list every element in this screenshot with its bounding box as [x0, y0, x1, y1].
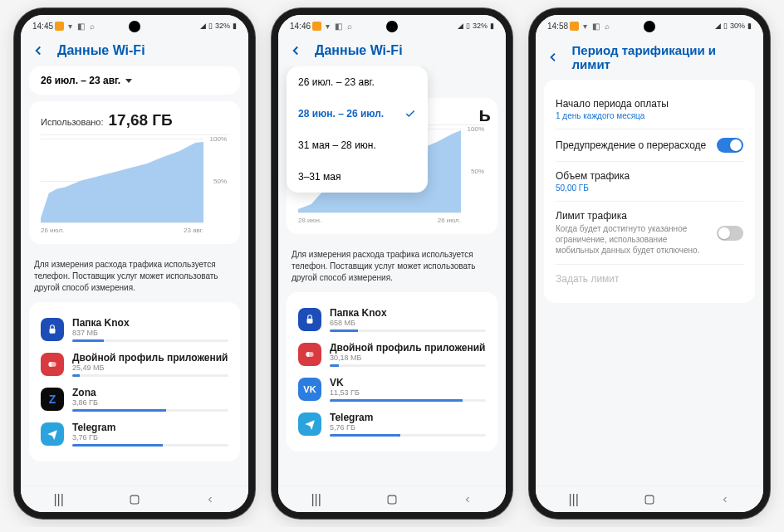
date-range-label: 26 июл. – 23 авг.: [41, 75, 120, 86]
back-button[interactable]: [717, 491, 733, 508]
app-icon: [298, 412, 321, 436]
status-clock: 14:45: [32, 22, 53, 31]
svg-rect-7: [388, 495, 396, 504]
notif-icon: ▾: [581, 22, 590, 31]
app-row[interactable]: Двойной профиль приложений 25,49 МБ: [41, 347, 228, 382]
settings-card: Начало периода оплаты 1 день каждого мес…: [544, 80, 755, 303]
back-button[interactable]: [202, 491, 218, 508]
setting-warning[interactable]: Предупреждение о перерасходе: [556, 129, 743, 161]
chart-date-start: 28 июн.: [298, 217, 321, 224]
notif-icon: [55, 22, 64, 31]
home-button[interactable]: [384, 491, 400, 508]
page-title: Данные Wi-Fi: [57, 43, 145, 58]
date-range-selector[interactable]: 26 июл. – 23 авг.: [29, 66, 240, 95]
page-title: Данные Wi-Fi: [315, 43, 403, 58]
app-icon: [41, 318, 64, 341]
signal-icon: ▯: [466, 22, 470, 30]
wifi-icon: ◢: [715, 22, 721, 30]
app-size: 658 МБ: [330, 319, 486, 327]
camera-notch: [129, 21, 140, 32]
home-button[interactable]: [126, 491, 143, 508]
page-title: Период тарификации и лимит: [572, 43, 753, 71]
phone-middle: 14:46 ▾ ◧ ⌕ ◢ ▯ 32% ▮ Данные Wi-Fi ь 100…: [272, 8, 512, 519]
signal-icon: ▯: [723, 22, 728, 30]
app-row[interactable]: Telegram 5,76 ГБ: [298, 407, 486, 442]
app-name: Zona: [72, 387, 228, 398]
notif-icon: [312, 22, 321, 31]
app-icon: [298, 308, 321, 331]
svg-rect-3: [130, 495, 139, 504]
notif-icon: ◧: [591, 22, 600, 31]
app-icon: [41, 422, 64, 446]
battery-pct: 30%: [730, 22, 745, 30]
back-icon[interactable]: [288, 43, 303, 58]
signal-icon: ▯: [208, 22, 213, 30]
app-icon: [298, 343, 321, 366]
app-icon: VK: [298, 378, 321, 401]
back-icon[interactable]: [31, 43, 46, 58]
app-row[interactable]: Папка Knox 837 МБ: [41, 312, 228, 347]
status-clock: 14:46: [290, 22, 311, 31]
nav-bar: |||: [278, 486, 506, 512]
app-list: Папка Knox 658 МБ Двойной профиль прилож…: [287, 292, 497, 451]
wifi-icon: ◢: [458, 22, 463, 30]
app-name: Telegram: [72, 422, 228, 433]
app-name: Двойной профиль приложений: [330, 342, 486, 354]
dropdown-item[interactable]: 28 июн. – 26 июл.: [287, 98, 428, 129]
setting-limit[interactable]: Лимит трафика Когда будет достигнуто ука…: [556, 201, 743, 264]
notif-icon: ◧: [334, 22, 343, 31]
phone-left: 14:45 ▾ ◧ ⌕ ◢ ▯ 32% ▮ Данные Wi-Fi 26 ию…: [14, 8, 255, 519]
app-row[interactable]: Двойной профиль приложений 30,18 МБ: [298, 337, 486, 372]
setting-set-limit: Задать лимит: [556, 264, 743, 293]
warning-toggle[interactable]: [717, 138, 743, 153]
app-list: Папка Knox 837 МБ Двойной профиль прилож…: [29, 302, 240, 461]
app-size: 3,86 ГБ: [72, 398, 228, 407]
limit-toggle[interactable]: [717, 226, 743, 241]
app-name: Папка Knox: [72, 317, 228, 329]
app-row[interactable]: Telegram 3,76 ГБ: [41, 417, 228, 451]
battery-icon: ▮: [747, 22, 752, 30]
app-size: 837 МБ: [72, 329, 228, 337]
back-button[interactable]: [459, 491, 476, 508]
app-size: 11,53 ГБ: [330, 388, 486, 397]
camera-notch: [386, 21, 398, 32]
back-icon[interactable]: [546, 50, 561, 65]
app-header: Данные Wi-Fi: [278, 37, 506, 66]
app-name: Telegram: [330, 412, 486, 423]
main-content: ь 100% 50% 28 июн. 26 июл. Для измере: [278, 66, 506, 486]
chart-date-end: 26 июл.: [438, 217, 461, 224]
main-content: 26 июл. – 23 авг. Использовано: 17,68 ГБ…: [21, 66, 248, 486]
dropdown-item[interactable]: 26 июл. – 23 авг.: [287, 66, 428, 98]
app-name: Папка Knox: [330, 307, 486, 319]
chart-date-end: 23 авг.: [184, 227, 203, 234]
app-header: Период тарификации и лимит: [536, 37, 763, 80]
app-row[interactable]: VK VK 11,53 ГБ: [298, 372, 486, 407]
app-size: 3,76 ГБ: [72, 433, 228, 442]
svg-point-6: [309, 352, 314, 357]
app-icon: Z: [41, 388, 64, 411]
nav-bar: |||: [536, 486, 763, 512]
setting-billing-cycle[interactable]: Начало периода оплаты 1 день каждого мес…: [556, 90, 743, 129]
usage-value: 17,68 ГБ: [109, 111, 173, 129]
usage-card: Использовано: 17,68 ГБ 100% 50% 26 июл. …: [29, 101, 240, 244]
app-name: VK: [330, 377, 486, 388]
battery-icon: ▮: [490, 22, 494, 30]
chevron-down-icon: [125, 79, 132, 83]
app-row[interactable]: Z Zona 3,86 ГБ: [41, 382, 228, 417]
dropdown-item[interactable]: 31 мая – 28 июн.: [287, 129, 428, 161]
app-size: 5,76 ГБ: [330, 423, 486, 432]
recents-button[interactable]: |||: [51, 491, 67, 508]
app-row[interactable]: Папка Knox 658 МБ: [298, 302, 486, 337]
recents-button[interactable]: |||: [308, 491, 325, 508]
setting-volume[interactable]: Объем трафика 50,00 ГБ: [556, 161, 743, 201]
camera-notch: [644, 21, 655, 32]
dropdown-item[interactable]: 3–31 мая: [287, 161, 428, 193]
wifi-icon: ◢: [200, 22, 206, 30]
home-button[interactable]: [641, 491, 658, 508]
svg-rect-4: [307, 319, 313, 324]
recents-button[interactable]: |||: [566, 491, 582, 508]
check-icon: [404, 108, 416, 120]
notif-icon: [570, 22, 579, 31]
notif-icon: ▾: [323, 22, 332, 31]
nav-bar: |||: [21, 486, 248, 512]
